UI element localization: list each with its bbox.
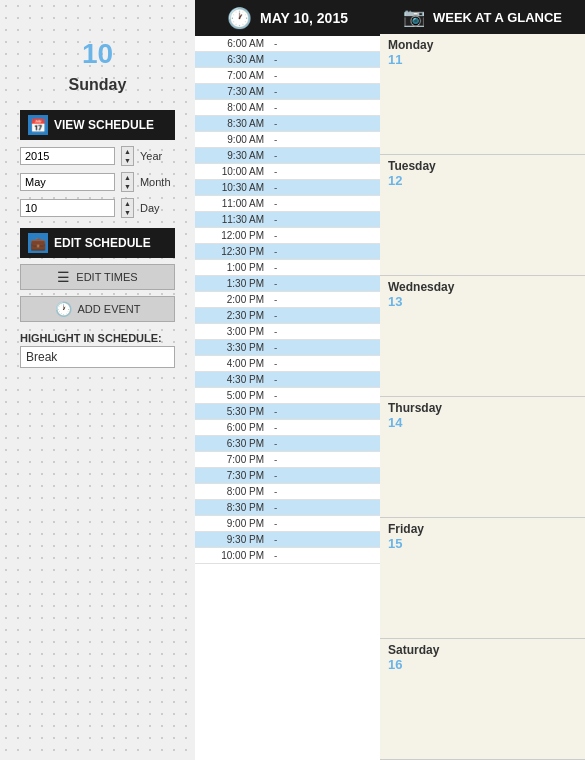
time-content: - — [270, 310, 380, 321]
year-up-arrow[interactable]: ▲ — [122, 147, 133, 156]
list-icon: ☰ — [57, 269, 70, 285]
time-content: - — [270, 438, 380, 449]
time-label: 12:00 PM — [195, 230, 270, 241]
time-label: 1:30 PM — [195, 278, 270, 289]
year-spinner[interactable]: ▲ ▼ — [121, 146, 134, 166]
time-label: 5:30 PM — [195, 406, 270, 417]
center-panel: 🕐 MAY 10, 2015 6:00 AM-6:30 AM-7:00 AM-7… — [195, 0, 380, 760]
time-label: 8:30 AM — [195, 118, 270, 129]
time-content: - — [270, 518, 380, 529]
month-spinner[interactable]: ▲ ▼ — [121, 172, 134, 192]
time-row: 3:30 PM- — [195, 340, 380, 356]
week-day-name: Wednesday — [388, 280, 577, 294]
time-content: - — [270, 86, 380, 97]
time-label: 3:00 PM — [195, 326, 270, 337]
time-row: 9:30 AM- — [195, 148, 380, 164]
time-row: 8:00 PM- — [195, 484, 380, 500]
month-down-arrow[interactable]: ▼ — [122, 182, 133, 191]
week-day-number: 13 — [388, 294, 577, 309]
time-label: 3:30 PM — [195, 342, 270, 353]
time-content: - — [270, 214, 380, 225]
time-content: - — [270, 502, 380, 513]
time-content: - — [270, 134, 380, 145]
time-label: 8:00 PM — [195, 486, 270, 497]
edit-times-button[interactable]: ☰ EDIT TIMES — [20, 264, 175, 290]
time-content: - — [270, 54, 380, 65]
time-label: 7:00 AM — [195, 70, 270, 81]
week-day-number: 16 — [388, 657, 577, 672]
time-row: 2:00 PM- — [195, 292, 380, 308]
week-day-number: 11 — [388, 52, 577, 67]
time-row: 7:30 PM- — [195, 468, 380, 484]
week-day-section: Friday15 — [380, 518, 585, 639]
time-row: 9:00 AM- — [195, 132, 380, 148]
center-header: 🕐 MAY 10, 2015 — [195, 0, 380, 36]
week-day-section: Thursday14 — [380, 397, 585, 518]
schedule-grid[interactable]: 6:00 AM-6:30 AM-7:00 AM-7:30 AM-8:00 AM-… — [195, 36, 380, 760]
highlight-section: HIGHLIGHT IN SCHEDULE: Break — [20, 332, 175, 368]
time-label: 10:30 AM — [195, 182, 270, 193]
view-schedule-button[interactable]: 📅 VIEW SCHEDULE — [20, 110, 175, 140]
month-label: Month — [140, 176, 171, 188]
year-down-arrow[interactable]: ▼ — [122, 156, 133, 165]
time-row: 10:00 PM- — [195, 548, 380, 564]
time-label: 4:00 PM — [195, 358, 270, 369]
time-content: - — [270, 550, 380, 561]
time-row: 9:30 PM- — [195, 532, 380, 548]
time-label: 12:30 PM — [195, 246, 270, 257]
time-label: 1:00 PM — [195, 262, 270, 273]
day-spinner[interactable]: ▲ ▼ — [121, 198, 134, 218]
time-row: 1:30 PM- — [195, 276, 380, 292]
time-row: 6:00 PM- — [195, 420, 380, 436]
month-input[interactable] — [20, 173, 115, 191]
day-down-arrow[interactable]: ▼ — [122, 208, 133, 217]
time-row: 6:30 AM- — [195, 52, 380, 68]
time-row: 10:30 AM- — [195, 180, 380, 196]
add-event-button[interactable]: 🕐 ADD EVENT — [20, 296, 175, 322]
time-label: 11:00 AM — [195, 198, 270, 209]
time-label: 6:30 PM — [195, 438, 270, 449]
week-at-glance-label: WEEK AT A GLANCE — [433, 10, 562, 25]
time-content: - — [270, 294, 380, 305]
briefcase-icon: 💼 — [28, 233, 48, 253]
time-content: - — [270, 406, 380, 417]
time-label: 10:00 AM — [195, 166, 270, 177]
time-row: 1:00 PM- — [195, 260, 380, 276]
time-row: 4:30 PM- — [195, 372, 380, 388]
day-up-arrow[interactable]: ▲ — [122, 199, 133, 208]
highlight-value: Break — [20, 346, 175, 368]
time-label: 9:30 PM — [195, 534, 270, 545]
highlight-label: HIGHLIGHT IN SCHEDULE: — [20, 332, 175, 344]
time-content: - — [270, 246, 380, 257]
time-content: - — [270, 70, 380, 81]
time-content: - — [270, 102, 380, 113]
time-row: 8:00 AM- — [195, 100, 380, 116]
time-row: 12:00 PM- — [195, 228, 380, 244]
time-content: - — [270, 38, 380, 49]
camera-icon: 📷 — [403, 6, 425, 28]
time-label: 9:30 AM — [195, 150, 270, 161]
day-name: Sunday — [69, 76, 127, 94]
center-date: MAY 10, 2015 — [260, 10, 348, 26]
time-content: - — [270, 470, 380, 481]
time-row: 7:00 PM- — [195, 452, 380, 468]
time-content: - — [270, 262, 380, 273]
week-day-section: Saturday16 — [380, 639, 585, 760]
time-content: - — [270, 534, 380, 545]
week-day-name: Tuesday — [388, 159, 577, 173]
day-label: Day — [140, 202, 160, 214]
time-content: - — [270, 390, 380, 401]
month-up-arrow[interactable]: ▲ — [122, 173, 133, 182]
edit-schedule-button[interactable]: 💼 EDIT SCHEDULE — [20, 228, 175, 258]
year-input[interactable] — [20, 147, 115, 165]
day-input[interactable] — [20, 199, 115, 217]
time-row: 11:00 AM- — [195, 196, 380, 212]
week-day-name: Friday — [388, 522, 577, 536]
week-day-number: 14 — [388, 415, 577, 430]
left-panel: 10 Sunday 📅 VIEW SCHEDULE ▲ ▼ Year ▲ ▼ M… — [0, 0, 195, 760]
time-label: 9:00 PM — [195, 518, 270, 529]
week-at-glance-header: 📷 WEEK AT A GLANCE — [380, 0, 585, 34]
time-label: 4:30 PM — [195, 374, 270, 385]
time-label: 9:00 AM — [195, 134, 270, 145]
time-content: - — [270, 454, 380, 465]
